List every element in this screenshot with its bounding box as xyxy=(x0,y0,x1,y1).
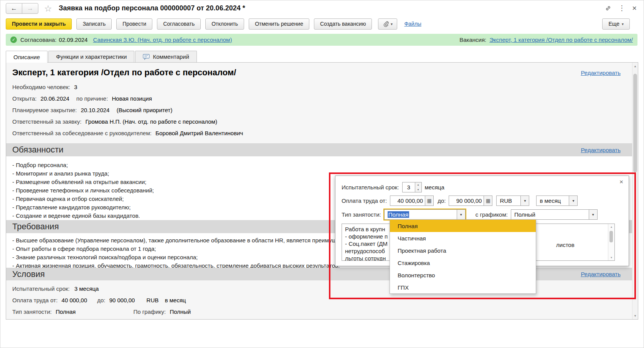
period-select[interactable]: в месяц ▾ xyxy=(536,196,578,206)
probation-label: Испытательный срок: xyxy=(12,285,70,292)
forward-icon: → xyxy=(27,5,33,12)
closing-value: 20.10.2024 xyxy=(81,107,109,113)
pay-label: Оплата труда от: xyxy=(12,297,58,303)
approver-link[interactable]: Савинская З.Ю. (Нач. отд. по работе с пе… xyxy=(93,36,232,43)
post-button[interactable]: Провести xyxy=(116,18,152,30)
requirements-title: Требования xyxy=(12,222,59,232)
scroll-up-icon[interactable]: ▴ xyxy=(632,64,638,68)
scrollbar-thumb[interactable] xyxy=(633,74,637,172)
probation-stepper[interactable]: 3 ▴ ▾ xyxy=(402,182,422,192)
save-button[interactable]: Записать xyxy=(76,18,112,30)
back-button[interactable]: ← xyxy=(6,3,22,14)
schedule-select-value: Полный xyxy=(511,211,589,218)
dropdown-option-proektnaya[interactable]: Проектная работа xyxy=(390,244,536,257)
closing-line: Планируемое закрытие: 20.10.2024 (Высоки… xyxy=(12,107,172,113)
tab-description[interactable]: Описание xyxy=(6,51,48,63)
textarea-line: Работа в крупн xyxy=(345,225,388,233)
need-people-label: Необходимо человек: xyxy=(12,84,70,90)
section-obligations-header: Обязанности Редактировать xyxy=(6,143,632,156)
popup-pay-row: Оплата труда от: 40 000,00 ▦ до: 90 000,… xyxy=(342,196,578,206)
priority-value: (Высокий приоритет) xyxy=(117,107,173,113)
tab-description-label: Описание xyxy=(13,54,40,60)
more-button-label: Еще xyxy=(608,21,619,27)
post-and-close-button[interactable]: Провести и закрыть xyxy=(6,18,72,30)
pay-to-input[interactable]: 90 000,00 xyxy=(449,197,484,204)
probation-value: 3 месяца xyxy=(74,285,99,292)
dropdown-option-polnaya[interactable]: Полная xyxy=(390,220,536,232)
vacancy-label: Вакансия: xyxy=(459,36,486,43)
dropdown-option-volonterstvo[interactable]: Волонтерство xyxy=(390,269,536,281)
pay-from-field[interactable]: 40 000,00 ▦ xyxy=(390,196,434,206)
pay-from-input[interactable]: 40 000,00 xyxy=(390,197,425,204)
currency-select[interactable]: RUB ▾ xyxy=(496,196,529,206)
need-people-line: Необходимо человек: 3 xyxy=(12,84,77,90)
popup-employment-row: Тип занятости: Полная ▾ с графиком: Полн… xyxy=(342,209,598,220)
edit-conditions-link[interactable]: Редактировать xyxy=(581,271,621,277)
textarea-line: - оформление п xyxy=(345,233,388,240)
chevron-down-icon[interactable]: ▾ xyxy=(520,196,529,205)
calculator-icon[interactable]: ▦ xyxy=(425,196,433,205)
conditions-employment-line: Тип занятости: Полная По графику: Полный xyxy=(12,308,191,315)
employment-type-select[interactable]: Полная ▾ xyxy=(384,209,466,220)
more-button[interactable]: Еще ▾ xyxy=(602,18,630,30)
calculator-icon[interactable]: ▦ xyxy=(484,196,492,205)
scroll-down-icon[interactable]: ▾ xyxy=(632,314,638,318)
tab-comments[interactable]: Комментарий xyxy=(135,51,197,62)
dropdown-option-chastichnaya[interactable]: Частичная xyxy=(390,232,536,244)
conditions-probation-line: Испытательный срок: 3 месяца xyxy=(12,285,99,292)
period-select-value: в месяц xyxy=(537,197,569,204)
probation-stepper-value[interactable]: 3 xyxy=(402,182,415,192)
schedule-select[interactable]: Полный ▾ xyxy=(511,209,598,220)
interviewer-line: Ответственный за собеседование с руковод… xyxy=(12,130,243,136)
page-scrollbar[interactable]: ▴ ▾ xyxy=(632,63,638,319)
attachments-button[interactable]: ▾ xyxy=(378,18,397,30)
check-circle-icon: ✓ xyxy=(10,36,17,43)
stepper-down-icon[interactable]: ▾ xyxy=(415,187,421,192)
scroll-down-icon[interactable]: ▾ xyxy=(608,256,614,259)
titlebar-icons: ⋮ × xyxy=(605,4,637,12)
pay-from-value: 40 000,00 xyxy=(61,297,87,303)
chevron-down-icon[interactable]: ▾ xyxy=(457,210,465,219)
files-link[interactable]: Файлы xyxy=(404,21,421,27)
scroll-up-icon[interactable]: ▴ xyxy=(608,225,614,229)
position-title: Эксперт, 1 категория /Отдел по работе с … xyxy=(12,68,236,78)
pay-to-value: 90 000,00 xyxy=(109,297,135,303)
textarea-line: нетрудоспособ xyxy=(345,247,388,255)
dropdown-option-stazhirovka[interactable]: Стажировка xyxy=(390,257,536,269)
stepper-up-icon[interactable]: ▴ xyxy=(415,182,421,187)
textarea-line: - Соц.пакет (ДМ xyxy=(345,240,388,247)
toolbar: Провести и закрыть Записать Провести Сог… xyxy=(6,18,637,30)
forward-button[interactable]: → xyxy=(22,3,38,14)
pay-to-label: до: xyxy=(97,297,105,303)
chevron-down-icon[interactable]: ▾ xyxy=(569,196,577,205)
textarea-text: Работа в крупн - оформление п - Соц.паке… xyxy=(345,225,388,261)
tab-functions[interactable]: Функции и характеристики xyxy=(48,51,134,62)
vacancy-link[interactable]: Эксперт, 1 категория /Отдел по работе с … xyxy=(489,36,633,43)
conditions-pay-line: Оплата труда от: 40 000,00 до: 90 000,00… xyxy=(12,297,186,303)
approve-button[interactable]: Согласовать xyxy=(157,18,201,30)
cancel-decision-button[interactable]: Отменить решение xyxy=(249,18,309,30)
dropdown-option-gph[interactable]: ГПХ xyxy=(390,281,536,293)
section-conditions-header: Условия Редактировать xyxy=(6,268,632,280)
tab-functions-label: Функции и характеристики xyxy=(56,53,127,60)
pay-to-field[interactable]: 90 000,00 ▦ xyxy=(449,196,492,206)
reject-button[interactable]: Отклонить xyxy=(205,18,244,30)
popup-close-icon[interactable]: × xyxy=(619,179,623,185)
textarea-scrollbar-thumb[interactable] xyxy=(609,231,613,242)
textarea-scrollbar[interactable]: ▴ ▾ xyxy=(608,224,614,260)
edit-description-link[interactable]: Редактировать xyxy=(581,70,621,76)
title-bar: ← → ☆ Заявка на подбор персонала 0000000… xyxy=(0,0,644,17)
chevron-down-icon[interactable]: ▾ xyxy=(589,210,597,219)
favorite-star-icon[interactable]: ☆ xyxy=(44,3,52,14)
employment-type-dropdown: Полная Частичная Проектная работа Стажир… xyxy=(390,219,536,294)
employment-type-value: Полная xyxy=(388,211,409,218)
responsible-line: Ответственный за заявку: Громова Н.П. (Н… xyxy=(12,118,217,125)
opened-line: Открыта: 20.06.2024 по причине: Новая по… xyxy=(12,95,152,102)
currency-select-value: RUB xyxy=(497,197,520,204)
edit-obligations-link[interactable]: Редактировать xyxy=(581,147,621,153)
interviewer-label: Ответственный за собеседование с руковод… xyxy=(12,130,152,136)
window-close-icon[interactable]: × xyxy=(632,4,637,12)
create-vacancy-button[interactable]: Создать вакансию xyxy=(314,18,372,30)
kebab-menu-icon[interactable]: ⋮ xyxy=(618,5,625,12)
get-link-icon[interactable] xyxy=(605,5,611,12)
